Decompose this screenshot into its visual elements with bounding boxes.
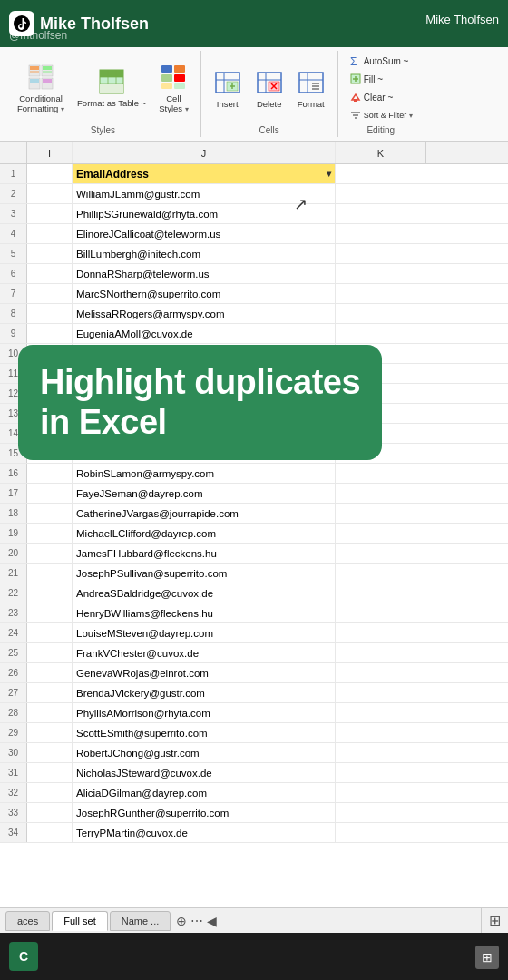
col-header-j[interactable]: J (73, 142, 336, 163)
cell-i4[interactable] (27, 224, 73, 243)
tab-nav-left[interactable]: ◀ (207, 914, 217, 928)
add-sheet-icon[interactable]: ⊕ (176, 914, 187, 928)
cell-i27[interactable] (27, 683, 73, 702)
cell-k17[interactable] (336, 484, 426, 503)
cell-i33[interactable] (27, 803, 73, 822)
sheet-tab-aces[interactable]: aces (5, 911, 50, 931)
cell-k32[interactable] (336, 783, 426, 802)
cell-j20[interactable]: JamesFHubbard@fleckens.hu (73, 544, 336, 563)
cell-i25[interactable] (27, 643, 73, 662)
cell-i22[interactable] (27, 583, 73, 603)
cell-k6[interactable] (336, 264, 426, 283)
cell-i16[interactable] (27, 464, 73, 483)
cell-i26[interactable] (27, 663, 73, 682)
delete-button[interactable]: Delete (250, 65, 288, 112)
cell-i30[interactable] (27, 743, 73, 762)
cell-k24[interactable] (336, 623, 426, 642)
col-header-k[interactable]: K (336, 142, 426, 163)
cell-i34[interactable] (27, 823, 73, 842)
fill-button[interactable]: Fill ~ (346, 71, 416, 87)
cell-i6[interactable] (27, 264, 73, 283)
cell-j4[interactable]: ElinoreJCallicoat@teleworm.us (73, 224, 336, 243)
cell-k25[interactable] (336, 643, 426, 662)
cell-k1[interactable] (336, 164, 426, 183)
cell-j7[interactable]: MarcSNorthern@superrito.com (73, 284, 336, 303)
cell-k2[interactable] (336, 184, 426, 203)
cell-j19[interactable]: MichaelLClifford@dayrep.com (73, 524, 336, 543)
cell-k22[interactable] (336, 583, 426, 603)
cell-j30[interactable]: RobertJChong@gustr.com (73, 743, 336, 762)
cell-k5[interactable] (336, 244, 426, 263)
cell-i29[interactable] (27, 723, 73, 742)
cell-j24[interactable]: LouiseMSteven@dayrep.com (73, 623, 336, 642)
cell-i9[interactable] (27, 324, 73, 343)
cell-k3[interactable] (336, 204, 426, 223)
scroll-area[interactable]: ⊞ (481, 907, 508, 933)
cell-k31[interactable] (336, 763, 426, 782)
excel-taskbar-icon[interactable]: C (9, 942, 38, 971)
sheet-tab-full-set[interactable]: Full set (52, 911, 107, 931)
cell-i18[interactable] (27, 504, 73, 523)
cell-styles-button[interactable]: CellStyles ▾ (154, 60, 193, 117)
tab-scroll-icon[interactable]: ⋯ (190, 914, 203, 928)
cell-j16[interactable]: RobinSLamon@armyspy.com (73, 464, 336, 483)
sort-filter-button[interactable]: Sort & Filter ▾ (346, 107, 416, 123)
cell-j9[interactable]: EugeniaAMoll@cuvox.de (73, 324, 336, 343)
cell-i8[interactable] (27, 304, 73, 323)
cell-j8[interactable]: MelissaRRogers@armyspy.com (73, 304, 336, 323)
cell-j28[interactable]: PhyllisAMorrison@rhyta.com (73, 703, 336, 722)
cell-j1[interactable]: EmailAddress ▾ (73, 164, 336, 183)
cell-k21[interactable] (336, 564, 426, 583)
cell-j22[interactable]: AndreaSBaldridge@cuvox.de (73, 583, 336, 603)
cell-i3[interactable] (27, 204, 73, 223)
cell-i24[interactable] (27, 623, 73, 642)
clear-button[interactable]: Clear ~ (346, 89, 416, 105)
filter-dropdown[interactable]: ▾ (327, 169, 331, 179)
cell-k9[interactable] (336, 324, 426, 343)
format-as-table-button[interactable]: Format as Table ~ (73, 64, 151, 111)
cell-j33[interactable]: JosephRGunther@superrito.com (73, 803, 336, 822)
cell-j21[interactable]: JosephPSullivan@superrito.com (73, 564, 336, 583)
autosum-button[interactable]: Σ AutoSum ~ (346, 53, 416, 69)
cell-j23[interactable]: HenryBWilliams@fleckens.hu (73, 603, 336, 622)
cell-i7[interactable] (27, 284, 73, 303)
cell-k28[interactable] (336, 703, 426, 722)
cell-k34[interactable] (336, 823, 426, 842)
cell-i23[interactable] (27, 603, 73, 622)
cell-i32[interactable] (27, 783, 73, 802)
cell-k20[interactable] (336, 544, 426, 563)
cell-k33[interactable] (336, 803, 426, 822)
cell-i2[interactable] (27, 184, 73, 203)
cell-k7[interactable] (336, 284, 426, 303)
sheet-tab-name[interactable]: Name ... (110, 911, 171, 931)
cell-k19[interactable] (336, 524, 426, 543)
cell-k18[interactable] (336, 504, 426, 523)
cell-i17[interactable] (27, 484, 73, 503)
cell-i19[interactable] (27, 524, 73, 543)
cell-i21[interactable] (27, 564, 73, 583)
cell-i31[interactable] (27, 763, 73, 782)
conditional-formatting-button[interactable]: ConditionalFormatting ▾ (13, 60, 69, 117)
cell-i1[interactable] (27, 164, 73, 183)
cell-k27[interactable] (336, 683, 426, 702)
cell-j25[interactable]: FrankVChester@cuvox.de (73, 643, 336, 662)
col-header-i[interactable]: I (27, 142, 73, 163)
format-button[interactable]: Format (292, 65, 330, 112)
cell-j18[interactable]: CatherineJVargas@jourrapide.com (73, 504, 336, 523)
cell-k30[interactable] (336, 743, 426, 762)
tab-controls[interactable]: ⊕ ⋯ ◀ (176, 914, 217, 928)
insert-button[interactable]: Insert (209, 65, 247, 112)
cell-k4[interactable] (336, 224, 426, 243)
cell-j34[interactable]: TerryPMartin@cuvox.de (73, 823, 336, 842)
cell-j31[interactable]: NicholasJSteward@cuvox.de (73, 763, 336, 782)
cell-k16[interactable] (336, 464, 426, 483)
cell-i28[interactable] (27, 703, 73, 722)
cell-j27[interactable]: BrendaJVickery@gustr.com (73, 683, 336, 702)
cell-j6[interactable]: DonnaRSharp@teleworm.us (73, 264, 336, 283)
cell-j29[interactable]: ScottESmith@superrito.com (73, 723, 336, 742)
cell-i5[interactable] (27, 244, 73, 263)
cell-j26[interactable]: GenevaWRojas@einrot.com (73, 663, 336, 682)
cell-k29[interactable] (336, 723, 426, 742)
cell-i20[interactable] (27, 544, 73, 563)
cell-k8[interactable] (336, 304, 426, 323)
